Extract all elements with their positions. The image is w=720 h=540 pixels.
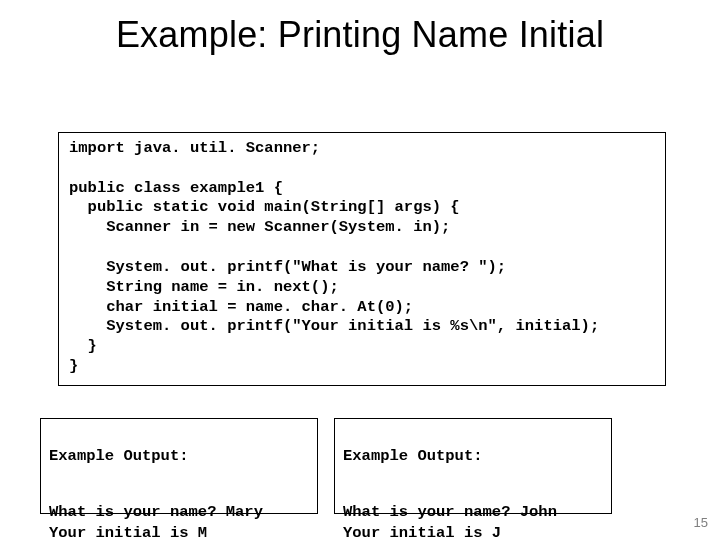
- slide: Example: Printing Name Initial import ja…: [0, 0, 720, 540]
- page-number: 15: [694, 515, 708, 530]
- output-heading: Example Output:: [343, 446, 603, 467]
- output-heading: Example Output:: [49, 446, 309, 467]
- output-body: What is your name? John Your initial is …: [343, 502, 603, 540]
- example-output-left: Example Output: What is your name? Mary …: [40, 418, 318, 514]
- output-body: What is your name? Mary Your initial is …: [49, 502, 309, 540]
- code-block: import java. util. Scanner; public class…: [58, 132, 666, 386]
- example-output-right: Example Output: What is your name? John …: [334, 418, 612, 514]
- page-title: Example: Printing Name Initial: [0, 14, 720, 56]
